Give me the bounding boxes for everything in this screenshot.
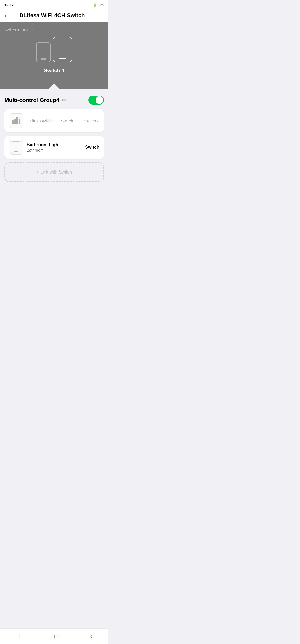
single-switch-icon xyxy=(11,141,21,153)
device-icon-4ch-container xyxy=(9,113,23,128)
link-switch-label: + Link with Switch xyxy=(36,170,72,174)
page-title: DLifesa WiFi 4CH Switch xyxy=(10,12,94,19)
device-badge-bathroom: Switch xyxy=(85,145,99,150)
toggle-knob xyxy=(96,96,103,104)
bar4 xyxy=(19,119,20,124)
bar3 xyxy=(16,117,18,124)
switch-icon-small xyxy=(36,42,51,62)
device-card-bathroom[interactable]: Bathroom Light Bathroom Switch xyxy=(4,136,104,159)
content-section: Multi-control Group4 ✏ DLifesa WiFi 4CH … xyxy=(0,89,108,190)
group-toggle[interactable] xyxy=(88,96,104,105)
device-name-bathroom: Bathroom Light xyxy=(27,142,82,147)
hero-label: Switch 4 xyxy=(44,68,64,74)
hero-section: Switch 4 | Total 4 Switch 4 xyxy=(0,22,108,89)
device-icon-bathroom-container xyxy=(9,140,23,155)
bar2 xyxy=(14,119,16,124)
device-info-4ch: DLifesa WiFi 4CH Switch xyxy=(27,118,80,123)
device-sub-bathroom: Bathroom xyxy=(27,148,82,152)
device-card-4ch[interactable]: DLifesa WiFi 4CH Switch Switch 4 xyxy=(4,109,104,132)
edit-icon[interactable]: ✏ xyxy=(62,97,66,103)
switch-illustration xyxy=(36,37,72,62)
status-time: 18:17 xyxy=(4,3,14,7)
device-badge-4ch: Switch 4 xyxy=(84,118,99,123)
link-switch-button[interactable]: + Link with Switch xyxy=(4,162,104,182)
switch-notch-small xyxy=(41,58,46,60)
status-bar: 18:17 🔋 82% xyxy=(0,0,108,9)
back-button[interactable]: ‹ xyxy=(4,13,6,19)
battery-level: 82% xyxy=(98,3,104,7)
group-header: Multi-control Group4 ✏ xyxy=(4,96,104,105)
switch-notch-large xyxy=(59,58,66,59)
header: ‹ DLifesa WiFi 4CH Switch xyxy=(0,9,108,22)
group-header-left: Multi-control Group4 ✏ xyxy=(4,97,66,103)
group-title: Multi-control Group4 xyxy=(4,97,59,103)
single-switch-notch xyxy=(14,151,18,152)
device-name-4ch: DLifesa WiFi 4CH Switch xyxy=(27,118,80,123)
status-right: 🔋 82% xyxy=(93,3,104,7)
switch-icon-large xyxy=(53,37,72,62)
device-info-bathroom: Bathroom Light Bathroom xyxy=(27,142,82,152)
battery-icon: 🔋 xyxy=(93,3,97,7)
4ch-icon xyxy=(12,117,20,124)
hero-subtitle: Switch 4 | Total 4 xyxy=(4,28,34,32)
bar1 xyxy=(12,120,14,124)
